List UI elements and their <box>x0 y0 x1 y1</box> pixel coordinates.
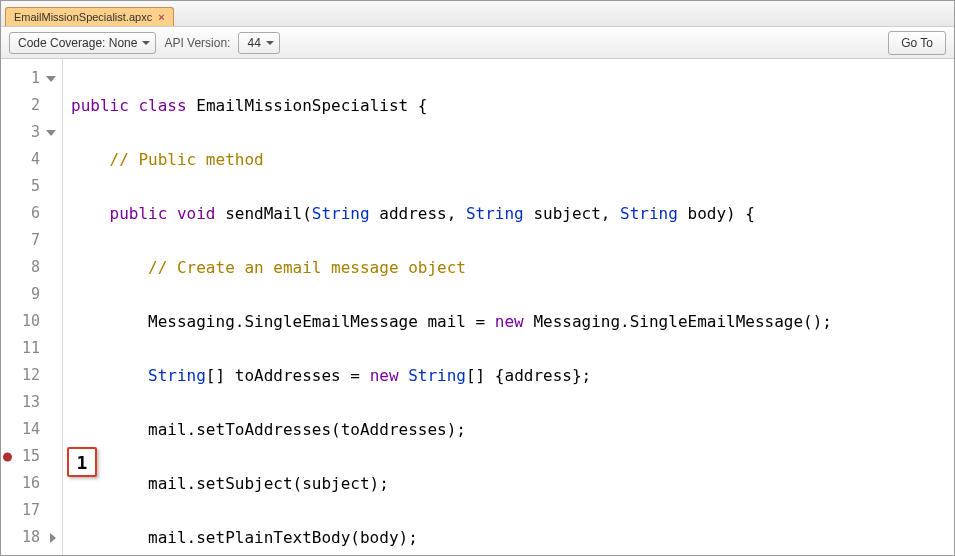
fold-icon[interactable] <box>50 533 56 543</box>
line-number: 6 <box>31 204 40 222</box>
toolbar: Code Coverage: None API Version: 44 Go T… <box>1 27 954 59</box>
line-number: 13 <box>22 393 40 411</box>
line-number: 5 <box>31 177 40 195</box>
code-line: String[] toAddresses = new String[] {add… <box>71 362 946 389</box>
code-line: Messaging.SingleEmailMessage mail = new … <box>71 308 946 335</box>
line-number: 14 <box>22 420 40 438</box>
api-version-label: API Version: <box>164 36 230 50</box>
line-number: 10 <box>22 312 40 330</box>
line-number: 1 <box>31 69 40 87</box>
goto-button[interactable]: Go To <box>888 31 946 55</box>
line-number: 7 <box>31 231 40 249</box>
goto-label: Go To <box>901 36 933 50</box>
line-number: 4 <box>31 150 40 168</box>
api-version-value: 44 <box>247 36 260 50</box>
fold-icon[interactable] <box>46 130 56 136</box>
code-line: // Create an email message object <box>71 254 946 281</box>
annotation-callout-1: 1 <box>67 447 97 477</box>
line-number: 9 <box>31 285 40 303</box>
line-number: 8 <box>31 258 40 276</box>
code-coverage-label: Code Coverage: None <box>18 36 137 50</box>
line-number: 17 <box>22 501 40 519</box>
fold-icon[interactable] <box>46 76 56 82</box>
line-number: 18 <box>22 528 40 546</box>
code-coverage-dropdown[interactable]: Code Coverage: None <box>9 32 156 54</box>
line-number: 12 <box>22 366 40 384</box>
file-tab[interactable]: EmailMissionSpecialist.apxc × <box>5 7 174 26</box>
code-area[interactable]: public class EmailMissionSpecialist { //… <box>63 59 954 555</box>
code-line: mail.setPlainTextBody(body); <box>71 524 946 551</box>
code-editor[interactable]: 1 2 3 4 5 6 7 8 9 10 11 12 13 14 15 16 1… <box>1 59 954 555</box>
code-line: mail.setToAddresses(toAddresses); <box>71 416 946 443</box>
line-number: 11 <box>22 339 40 357</box>
line-number: 16 <box>22 474 40 492</box>
code-line: // Public method <box>71 146 946 173</box>
code-line: mail.setSubject(subject); <box>71 470 946 497</box>
breakpoint-icon[interactable] <box>3 452 12 461</box>
code-line: public void sendMail(String address, Str… <box>71 200 946 227</box>
line-number: 15 <box>22 447 40 465</box>
close-icon[interactable]: × <box>156 11 166 23</box>
code-line: public class EmailMissionSpecialist { <box>71 92 946 119</box>
gutter: 1 2 3 4 5 6 7 8 9 10 11 12 13 14 15 16 1… <box>1 59 63 555</box>
line-number: 3 <box>31 123 40 141</box>
file-tab-label: EmailMissionSpecialist.apxc <box>14 11 152 23</box>
line-number: 2 <box>31 96 40 114</box>
tab-bar: EmailMissionSpecialist.apxc × <box>1 1 954 27</box>
api-version-dropdown[interactable]: 44 <box>238 32 280 54</box>
